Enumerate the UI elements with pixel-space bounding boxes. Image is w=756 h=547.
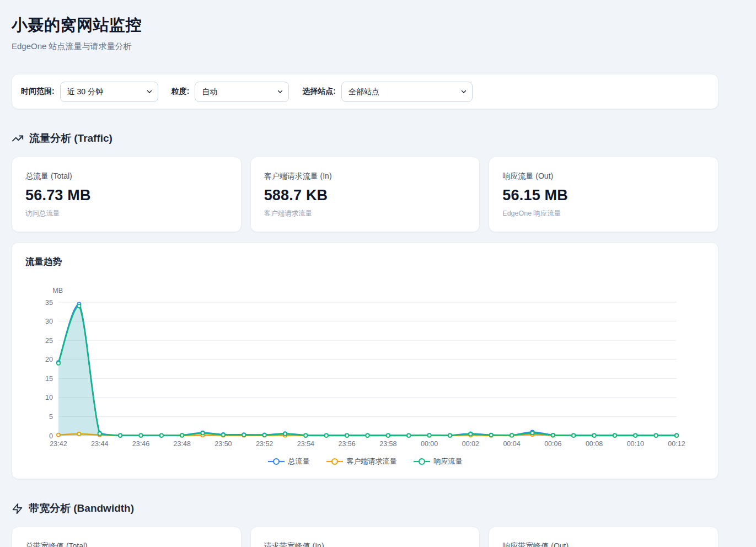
stat-card-total-bandwidth: 总带宽峰值 (Total) xyxy=(12,527,242,547)
zap-icon xyxy=(12,503,23,514)
chart-legend: 总流量客户端请求流量响应流量 xyxy=(25,457,705,466)
svg-text:00:02: 00:02 xyxy=(462,440,479,448)
svg-text:00:08: 00:08 xyxy=(586,440,603,448)
legend-item[interactable]: 客户端请求流量 xyxy=(326,457,397,466)
legend-item[interactable]: 响应流量 xyxy=(414,457,463,466)
traffic-stat-row: 总流量 (Total) 56.73 MB 访问总流量 客户端请求流量 (In) … xyxy=(12,157,719,232)
svg-text:23:44: 23:44 xyxy=(91,440,108,448)
stat-desc: EdgeOne 响应流量 xyxy=(502,209,705,218)
time-range-label: 时间范围: xyxy=(21,87,55,96)
stat-card-response-traffic: 响应流量 (Out) 56.15 MB EdgeOne 响应流量 xyxy=(489,157,719,232)
stat-title: 请求带宽峰值 (In) xyxy=(264,541,467,547)
traffic-section-header: 流量分析 (Traffic) xyxy=(12,131,719,146)
stat-card-response-bandwidth: 响应带宽峰值 (Out) xyxy=(489,527,719,547)
svg-text:25: 25 xyxy=(45,337,53,345)
stat-card-total-traffic: 总流量 (Total) 56.73 MB 访问总流量 xyxy=(12,157,242,232)
stat-title: 总流量 (Total) xyxy=(25,171,228,181)
traffic-trend-title: 流量趋势 xyxy=(25,256,705,268)
svg-text:00:04: 00:04 xyxy=(503,440,520,448)
svg-text:5: 5 xyxy=(49,413,53,421)
page-container: 小聂的窝网站监控 EdgeOne 站点流量与请求量分析 时间范围: 近 30 分… xyxy=(12,0,719,547)
time-range-select[interactable]: 近 30 分钟 xyxy=(60,82,158,102)
svg-text:10: 10 xyxy=(45,394,53,401)
svg-text:30: 30 xyxy=(45,318,53,325)
stat-value: 588.7 KB xyxy=(264,187,467,204)
granularity-select[interactable]: 自动 xyxy=(195,82,289,102)
bandwidth-section-title: 带宽分析 (Bandwidth) xyxy=(29,501,134,516)
filter-bar: 时间范围: 近 30 分钟 粒度: 自动 选择站点: 全部站点 xyxy=(12,74,719,109)
stat-title: 总带宽峰值 (Total) xyxy=(25,541,228,547)
legend-label: 总流量 xyxy=(288,457,310,466)
bandwidth-stat-row: 总带宽峰值 (Total) 请求带宽峰值 (In) 响应带宽峰值 (Out) xyxy=(12,527,719,547)
legend-item[interactable]: 总流量 xyxy=(268,457,310,466)
svg-text:23:42: 23:42 xyxy=(50,440,67,448)
svg-text:23:54: 23:54 xyxy=(297,440,314,448)
svg-text:15: 15 xyxy=(45,375,53,383)
stat-card-request-bandwidth: 请求带宽峰值 (In) xyxy=(250,527,480,547)
svg-text:23:56: 23:56 xyxy=(338,440,355,448)
stat-value: 56.73 MB xyxy=(25,187,228,204)
site-label: 选择站点: xyxy=(302,87,336,96)
svg-text:23:50: 23:50 xyxy=(215,440,232,448)
traffic-section-title: 流量分析 (Traffic) xyxy=(29,131,112,146)
stat-card-request-traffic: 客户端请求流量 (In) 588.7 KB 客户端请求流量 xyxy=(250,157,480,232)
svg-text:23:52: 23:52 xyxy=(256,440,273,448)
page-title: 小聂的窝网站监控 xyxy=(12,14,719,36)
svg-text:MB: MB xyxy=(52,287,63,294)
svg-text:23:58: 23:58 xyxy=(379,440,396,448)
svg-text:00:10: 00:10 xyxy=(627,440,644,448)
stat-title: 响应带宽峰值 (Out) xyxy=(502,541,705,547)
stat-desc: 客户端请求流量 xyxy=(264,209,467,218)
svg-text:00:12: 00:12 xyxy=(668,440,685,448)
svg-text:35: 35 xyxy=(45,299,53,307)
svg-text:23:48: 23:48 xyxy=(174,440,191,448)
granularity-label: 粒度: xyxy=(171,87,190,96)
stat-desc: 访问总流量 xyxy=(25,209,228,218)
svg-text:00:00: 00:00 xyxy=(421,440,438,448)
traffic-trend-chart[interactable]: 05101520253035MB23:4223:4423:4623:4823:5… xyxy=(25,282,705,454)
traffic-trend-card: 流量趋势 05101520253035MB23:4223:4423:4623:4… xyxy=(12,242,719,479)
svg-text:0: 0 xyxy=(49,432,53,440)
svg-text:23:46: 23:46 xyxy=(132,440,149,448)
bandwidth-section-header: 带宽分析 (Bandwidth) xyxy=(12,501,719,516)
svg-text:00:06: 00:06 xyxy=(544,440,561,448)
page-subtitle: EdgeOne 站点流量与请求量分析 xyxy=(12,41,719,52)
stat-title: 响应流量 (Out) xyxy=(502,171,705,181)
trending-up-icon xyxy=(12,132,24,144)
stat-value: 56.15 MB xyxy=(502,187,705,204)
stat-title: 客户端请求流量 (In) xyxy=(264,171,467,181)
legend-label: 响应流量 xyxy=(434,457,463,466)
site-select[interactable]: 全部站点 xyxy=(341,82,473,102)
svg-text:20: 20 xyxy=(45,356,53,363)
legend-label: 客户端请求流量 xyxy=(347,457,397,466)
